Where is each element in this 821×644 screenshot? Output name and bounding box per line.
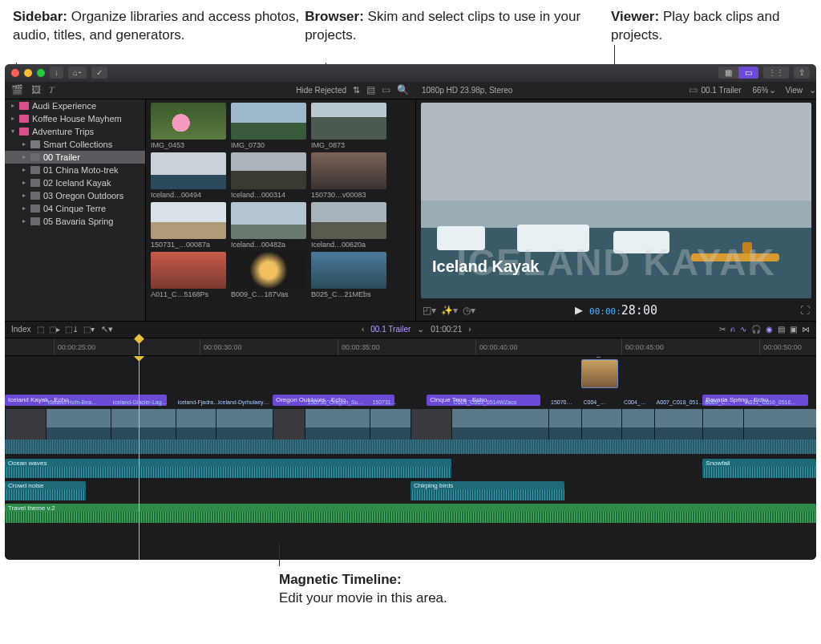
- video-clip[interactable]: A011_C016_0516…: [743, 409, 816, 439]
- bg-tasks-button[interactable]: ✓: [91, 67, 107, 79]
- minimize-window-button[interactable]: [24, 69, 32, 77]
- disclosure-triangle-icon[interactable]: ▾: [10, 128, 16, 135]
- solo-icon[interactable]: ◉: [766, 325, 773, 334]
- viewer-canvas[interactable]: ICELAND KAYAK Iceland Kayak: [421, 103, 811, 298]
- browser-clip[interactable]: 150730…v00083: [311, 152, 386, 199]
- timeline-next-edit-icon[interactable]: ›: [468, 325, 471, 334]
- browser-clip[interactable]: B025_C…21MEbs: [311, 252, 386, 298]
- timeline-ruler[interactable]: 00:00:25:0000:00:30:0000:00:35:0000:00:4…: [5, 338, 816, 356]
- sidebar-item[interactable]: ▸04 Cinque Terre: [5, 202, 145, 215]
- disclosure-triangle-icon[interactable]: ▸: [21, 140, 27, 148]
- connect-clip-icon[interactable]: ⬚: [37, 325, 44, 334]
- browser-clip[interactable]: A011_C…5168Ps: [151, 252, 226, 298]
- disclosure-triangle-icon[interactable]: ▸: [21, 153, 27, 160]
- audio-clip[interactable]: Snowfall: [702, 459, 816, 478]
- overwrite-clip-icon[interactable]: ⬚▾: [83, 325, 95, 334]
- titles-sidebar-icon[interactable]: 𝑇: [49, 84, 55, 95]
- fullscreen-icon[interactable]: ⛶: [800, 305, 810, 316]
- seg-timeline[interactable]: ▭: [738, 67, 758, 79]
- browser-clip[interactable]: Iceland…00620a: [311, 202, 386, 249]
- timeline-project-name[interactable]: 00.1 Trailer: [370, 325, 410, 334]
- connected-video-clip[interactable]: A005_C00…: [581, 359, 618, 388]
- video-clip[interactable]: 150730_Oregon_Su…: [305, 409, 370, 439]
- disclosure-triangle-icon[interactable]: ▸: [10, 115, 16, 122]
- video-clip[interactable]: Iceland-Hofn-Bea…: [46, 409, 111, 439]
- primary-storyline[interactable]: Iceland-Hofn-Bea…Iceland-Glacier-Lag…Ice…: [5, 409, 816, 454]
- sidebar-item[interactable]: ▸00 Trailer: [5, 151, 145, 164]
- sidebar-item[interactable]: ▸05 Bavaria Spring: [5, 215, 145, 228]
- browser-clip[interactable]: IMG_0873: [311, 103, 386, 149]
- audio-clip[interactable]: Chirping birds: [410, 481, 564, 500]
- zoom-popup[interactable]: 66%: [752, 86, 768, 95]
- browser-clip[interactable]: Iceland…00494: [151, 152, 226, 199]
- browser-clip[interactable]: 150731_…00087a: [151, 202, 226, 249]
- audio-clip[interactable]: Ocean waves: [5, 459, 451, 478]
- close-window-button[interactable]: [11, 69, 19, 77]
- gap-clip[interactable]: [5, 409, 46, 439]
- sidebar-item[interactable]: ▸Koffee House Mayhem: [5, 112, 145, 125]
- video-clip[interactable]: C003_C003_0514WZacs: [451, 409, 548, 439]
- crop-tool-icon[interactable]: ◰▾: [423, 305, 436, 316]
- sidebar-item[interactable]: ▸Audi Experience: [5, 99, 145, 112]
- disclosure-triangle-icon[interactable]: ▸: [21, 217, 27, 225]
- sidebar-item[interactable]: ▾Adventure Trips: [5, 125, 145, 138]
- playhead[interactable]: [139, 356, 140, 560]
- effects-browser-icon[interactable]: ▣: [790, 325, 797, 334]
- disclosure-triangle-icon[interactable]: ▸: [21, 166, 27, 173]
- video-clip[interactable]: Iceland-Fjadra…: [176, 409, 216, 439]
- clip-appearance-icon[interactable]: ▤: [778, 325, 785, 334]
- filmstrip-icon[interactable]: ▭: [382, 84, 390, 95]
- video-clip[interactable]: Iceland-Glacier-Lag…: [111, 409, 176, 439]
- keyword-button[interactable]: ⌂⁃: [68, 67, 87, 79]
- gap-clip[interactable]: [410, 409, 451, 439]
- enhance-tool-icon[interactable]: ✨▾: [441, 305, 458, 316]
- browser-clip[interactable]: IMG_0730: [231, 103, 306, 149]
- play-button[interactable]: ▶: [575, 304, 583, 316]
- video-clip[interactable]: 15070…: [548, 409, 580, 439]
- hide-rejected-popup[interactable]: Hide Rejected: [296, 86, 346, 95]
- skimming-icon[interactable]: ∿: [740, 325, 746, 334]
- disclosure-triangle-icon[interactable]: ▸: [21, 205, 27, 212]
- browser-clip[interactable]: Iceland…000314: [231, 152, 306, 199]
- timeline-index-button[interactable]: Index: [11, 325, 30, 334]
- import-button[interactable]: ↓: [50, 67, 63, 79]
- disclosure-triangle-icon[interactable]: ▸: [21, 192, 27, 199]
- retime-tool-icon[interactable]: ◷▾: [463, 305, 475, 316]
- audio-skim-icon[interactable]: 🎧: [751, 325, 761, 334]
- music-clip[interactable]: Travel theme v.2: [5, 504, 816, 523]
- zoom-window-button[interactable]: [37, 69, 45, 77]
- browser-clip[interactable]: IMG_0453: [151, 103, 226, 149]
- search-icon[interactable]: 🔍: [397, 84, 409, 95]
- arrow-tool-icon[interactable]: ↖▾: [101, 324, 113, 334]
- clip-appearance-icon[interactable]: ▤: [366, 84, 375, 95]
- seg-browser[interactable]: ▦: [718, 67, 738, 79]
- audio-clip[interactable]: Crowd noise: [5, 481, 86, 500]
- libraries-sidebar[interactable]: ▸Audi Experience▸Koffee House Mayhem▾Adv…: [5, 99, 146, 321]
- inspector-button[interactable]: ⋮⋮: [763, 67, 789, 79]
- video-clip[interactable]: 150731…: [370, 409, 410, 439]
- video-clip[interactable]: A007_C018_051…: [654, 409, 703, 439]
- browser-clip[interactable]: B009_C…187Vas: [231, 252, 306, 298]
- view-popup[interactable]: View: [776, 86, 810, 95]
- browser-clip[interactable]: Iceland…00482a: [231, 202, 306, 249]
- video-clip[interactable]: C004_…: [621, 409, 653, 439]
- share-button[interactable]: ⇪: [794, 67, 810, 79]
- libraries-sidebar-icon[interactable]: 🎬: [11, 84, 23, 95]
- snapping-icon[interactable]: ⎌: [730, 325, 735, 334]
- sidebar-item[interactable]: ▸Smart Collections: [5, 138, 145, 151]
- video-clip[interactable]: B009_C…: [702, 409, 743, 439]
- disclosure-triangle-icon[interactable]: ▸: [10, 102, 16, 109]
- workspace-segmented-control[interactable]: ▦ ▭: [718, 67, 758, 79]
- timeline-prev-edit-icon[interactable]: ‹: [362, 325, 364, 334]
- photos-sidebar-icon[interactable]: 🖼: [31, 84, 41, 95]
- sidebar-item[interactable]: ▸01 China Moto-trek: [5, 164, 145, 176]
- disclosure-triangle-icon[interactable]: ▸: [21, 179, 27, 186]
- sidebar-item[interactable]: ▸02 Iceland Kayak: [5, 176, 145, 189]
- append-clip-icon[interactable]: ⬚⤓: [65, 325, 79, 334]
- transitions-browser-icon[interactable]: ⋈: [802, 325, 810, 334]
- gap-clip[interactable]: [273, 409, 305, 439]
- clip-browser[interactable]: IMG_0453IMG_0730IMG_0873Iceland…00494Ice…: [146, 99, 415, 321]
- playhead[interactable]: [139, 338, 140, 355]
- insert-clip-icon[interactable]: ⬚▸: [49, 325, 60, 334]
- magnetic-timeline[interactable]: A005_C00…Iceland Kayak - EchoOregon Outd…: [5, 356, 816, 560]
